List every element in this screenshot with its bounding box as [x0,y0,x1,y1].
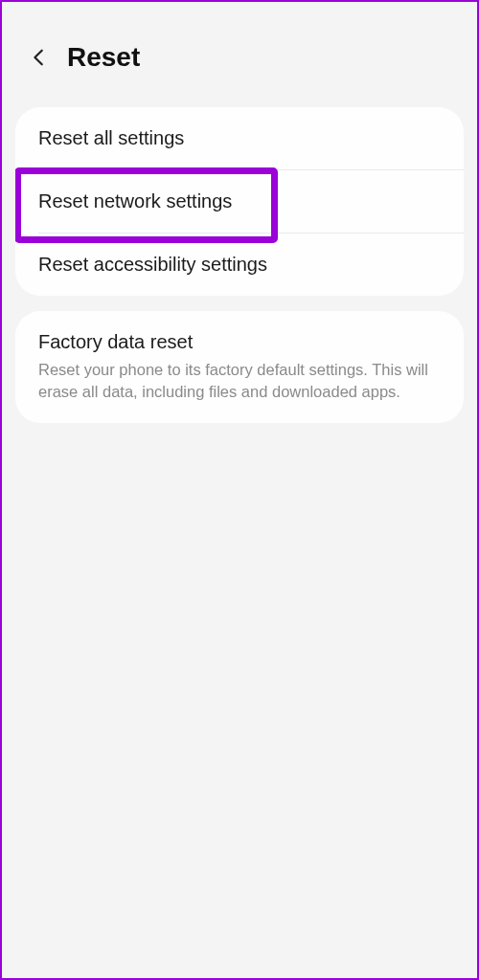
reset-network-settings-item[interactable]: Reset network settings [15,170,464,233]
reset-all-settings-item[interactable]: Reset all settings [15,107,464,169]
back-icon[interactable] [29,43,50,72]
list-item-label: Reset network settings [38,190,441,212]
list-item-label: Factory data reset [38,331,441,353]
highlighted-wrapper: Reset network settings [15,170,464,233]
reset-accessibility-settings-item[interactable]: Reset accessibility settings [15,234,464,296]
page-title: Reset [67,42,140,73]
list-item-label: Reset accessibility settings [38,254,441,276]
settings-group-2: Factory data reset Reset your phone to i… [15,311,464,423]
factory-data-reset-item[interactable]: Factory data reset Reset your phone to i… [15,311,464,423]
list-item-label: Reset all settings [38,127,441,149]
list-item-description: Reset your phone to its factory default … [38,359,441,403]
settings-group-1: Reset all settings Reset network setting… [15,107,464,296]
page-header: Reset [2,2,477,92]
